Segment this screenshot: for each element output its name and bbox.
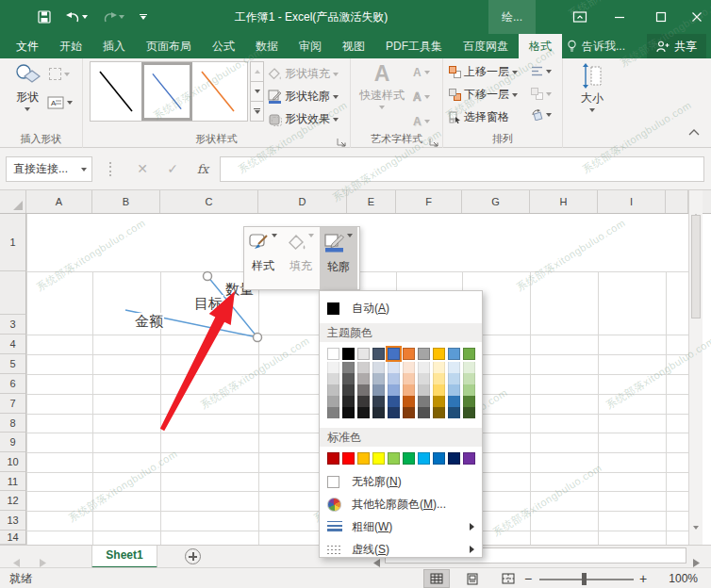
theme-color-variant-swatch[interactable]: [433, 384, 445, 396]
standard-color-swatch[interactable]: [357, 452, 370, 465]
ribbon-tab-file[interactable]: 文件: [6, 34, 49, 58]
standard-color-swatch[interactable]: [448, 452, 460, 465]
row-header[interactable]: 9: [0, 433, 26, 452]
theme-color-variant-swatch[interactable]: [327, 396, 339, 407]
row-header[interactable]: 11: [0, 472, 26, 491]
edit-shape-button[interactable]: [49, 68, 70, 80]
theme-color-variant-swatch[interactable]: [327, 384, 339, 396]
menu-item-more-outline-colors[interactable]: 其他轮廓颜色(M)...: [320, 493, 482, 515]
theme-color-variant-swatch[interactable]: [388, 362, 400, 373]
standard-color-swatch[interactable]: [403, 452, 415, 465]
theme-color-variant-swatch[interactable]: [403, 384, 415, 396]
theme-color-variant-swatch[interactable]: [327, 407, 339, 418]
ribbon-display-options-button[interactable]: [566, 0, 594, 34]
zoom-level[interactable]: 100%: [658, 568, 698, 588]
collapse-ribbon-button[interactable]: [688, 122, 700, 139]
insert-function-button[interactable]: fx: [190, 156, 215, 182]
column-header[interactable]: E: [347, 190, 396, 213]
text-box-button[interactable]: A: [47, 96, 73, 109]
send-backward-button[interactable]: 下移一层: [449, 87, 518, 103]
theme-color-variant-swatch[interactable]: [403, 373, 415, 384]
theme-color-variant-swatch[interactable]: [418, 384, 430, 396]
page-break-preview-button[interactable]: [495, 569, 521, 588]
column-header[interactable]: I: [598, 190, 666, 213]
name-box[interactable]: 直接连接...: [6, 156, 92, 182]
theme-color-swatch[interactable]: [342, 348, 355, 360]
theme-color-variant-swatch[interactable]: [388, 373, 400, 384]
share-button[interactable]: 共享: [647, 34, 706, 58]
row-header[interactable]: 4: [0, 335, 26, 354]
theme-color-variant-swatch[interactable]: [463, 362, 475, 373]
column-header[interactable]: B: [92, 190, 160, 213]
theme-color-variant-swatch[interactable]: [357, 373, 370, 384]
column-header[interactable]: D: [258, 190, 347, 213]
gallery-scroll-up-button[interactable]: [250, 61, 264, 82]
rotate-button[interactable]: [531, 109, 552, 121]
ribbon-tab[interactable]: 百度网盘: [453, 34, 519, 58]
theme-color-swatch[interactable]: [433, 348, 445, 360]
ribbon-tab[interactable]: 页面布局: [136, 34, 202, 58]
zoom-in-button[interactable]: +: [639, 568, 647, 588]
normal-view-button[interactable]: [423, 569, 450, 588]
theme-color-variant-swatch[interactable]: [388, 384, 400, 396]
theme-color-variant-swatch[interactable]: [342, 396, 355, 407]
wordart-dialog-launcher-icon[interactable]: [429, 135, 439, 145]
menu-item-no-outline[interactable]: 无轮廓(N): [320, 470, 482, 493]
theme-color-swatch[interactable]: [372, 348, 385, 360]
theme-color-variant-swatch[interactable]: [433, 407, 445, 418]
standard-color-swatch[interactable]: [372, 452, 385, 465]
theme-color-variant-swatch[interactable]: [357, 362, 370, 373]
standard-color-swatch[interactable]: [342, 452, 355, 465]
theme-color-variant-swatch[interactable]: [372, 362, 385, 373]
theme-color-variant-swatch[interactable]: [418, 373, 430, 384]
undo-dropdown-icon[interactable]: [82, 15, 88, 19]
theme-color-variant-swatch[interactable]: [342, 407, 355, 418]
shapes-button[interactable]: 形状: [8, 63, 47, 111]
theme-color-variant-swatch[interactable]: [403, 396, 415, 407]
align-button[interactable]: [531, 66, 552, 76]
ribbon-tab[interactable]: 插入: [92, 34, 136, 58]
row-header[interactable]: 13: [0, 511, 26, 531]
theme-color-variant-swatch[interactable]: [342, 384, 355, 396]
maximize-button[interactable]: [647, 0, 675, 34]
gallery-style-option[interactable]: [91, 62, 141, 121]
bring-forward-button[interactable]: 上移一层: [449, 64, 518, 80]
row-header[interactable]: 8: [0, 414, 26, 433]
theme-color-variant-swatch[interactable]: [433, 396, 445, 407]
row-header[interactable]: 12: [0, 491, 26, 511]
theme-color-variant-swatch[interactable]: [388, 396, 400, 407]
sheet-tab-sheet1[interactable]: Sheet1: [91, 546, 157, 568]
style-button[interactable]: 样式: [244, 227, 282, 289]
standard-color-swatch[interactable]: [418, 452, 430, 465]
theme-color-variant-swatch[interactable]: [463, 396, 475, 407]
theme-color-variant-swatch[interactable]: [448, 362, 460, 373]
new-sheet-button[interactable]: [185, 548, 201, 564]
theme-color-variant-swatch[interactable]: [418, 407, 430, 418]
theme-color-variant-swatch[interactable]: [372, 396, 385, 407]
ribbon-tab[interactable]: 开始: [49, 34, 92, 58]
theme-color-variant-swatch[interactable]: [463, 384, 475, 396]
minimize-button[interactable]: [605, 0, 634, 34]
theme-color-swatch[interactable]: [403, 348, 415, 360]
theme-color-variant-swatch[interactable]: [357, 407, 370, 418]
name-box-dropdown-icon[interactable]: [81, 168, 87, 172]
text-outline-button[interactable]: A: [413, 90, 430, 104]
selection-pane-button[interactable]: 选择窗格: [449, 109, 509, 125]
theme-color-variant-swatch[interactable]: [448, 396, 460, 407]
row-header[interactable]: [0, 271, 26, 315]
tell-me-box[interactable]: 告诉我...: [567, 34, 625, 58]
standard-color-swatch[interactable]: [327, 452, 339, 465]
theme-color-variant-swatch[interactable]: [418, 396, 430, 407]
theme-color-variant-swatch[interactable]: [342, 373, 355, 384]
theme-color-variant-swatch[interactable]: [388, 407, 400, 418]
formula-bar-splitter[interactable]: [109, 162, 111, 176]
theme-color-variant-swatch[interactable]: [372, 373, 385, 384]
cancel-button[interactable]: ✕: [130, 156, 155, 182]
zo​om-out-button[interactable]: −: [524, 568, 532, 588]
text-fill-button[interactable]: A: [413, 66, 430, 79]
theme-color-variant-swatch[interactable]: [448, 384, 460, 396]
theme-color-variant-swatch[interactable]: [327, 373, 339, 384]
row-header[interactable]: 7: [0, 394, 26, 414]
gallery-style-option[interactable]: [192, 62, 243, 121]
gallery-scroll-down-button[interactable]: [250, 82, 264, 102]
